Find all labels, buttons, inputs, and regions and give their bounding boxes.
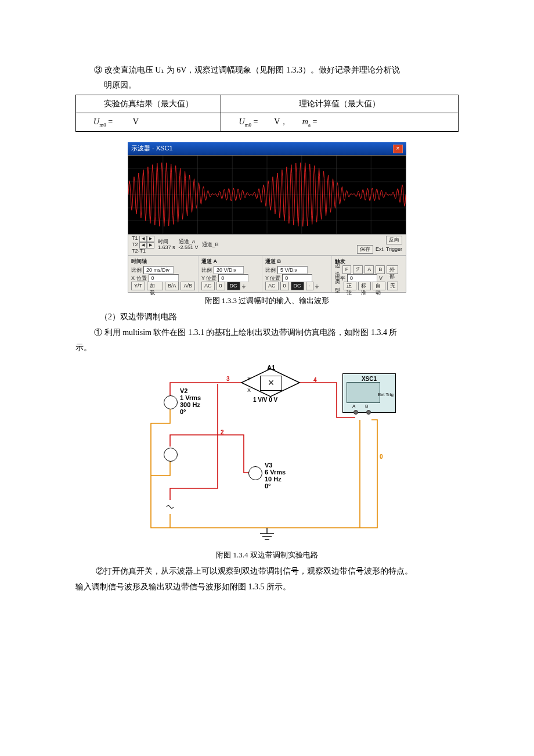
time-value: 1.637 s bbox=[158, 244, 175, 250]
type-auto-button[interactable]: 自动 bbox=[373, 282, 385, 290]
close-icon[interactable]: × bbox=[393, 145, 403, 153]
section2-heading: （2）双边带调制电路 bbox=[75, 311, 459, 323]
theory-cell: Um0 = V， ma = bbox=[221, 113, 459, 132]
edge-fall-button[interactable]: ℱ bbox=[353, 265, 363, 274]
trig-b-button[interactable]: B bbox=[376, 265, 385, 274]
time-header: 时间 bbox=[158, 239, 175, 244]
save-button[interactable]: 保存 bbox=[357, 245, 373, 254]
caption-133: 附图 1.3.3 过调幅时的输入、输出波形 bbox=[75, 295, 459, 307]
ab-button[interactable]: A/B bbox=[181, 282, 195, 290]
wire3-label: 3 bbox=[226, 375, 230, 384]
cha-panel-header: 通道 A bbox=[201, 257, 259, 265]
ext-trig-label: Ext Trig bbox=[378, 391, 394, 399]
item1-line1: ① 利用 multisim 软件在图 1.3.1 的基础上绘制出双边带调制仿真电… bbox=[75, 326, 459, 339]
timebase-panel: 时间轴 比例 20 ms/Div X 位置 0 Y/T 加载 B/A A/B bbox=[128, 256, 198, 292]
document-page: ③ 改变直流电压 U₁ 为 6V，观察过调幅现象（见附图 1.3.3）。做好记录… bbox=[0, 0, 534, 756]
xpos-input[interactable]: 0 bbox=[149, 274, 179, 282]
type-norm-button[interactable]: 标准 bbox=[358, 282, 371, 290]
t2-right-icon[interactable]: ▶ bbox=[147, 242, 154, 249]
chb-ground-icon: ⏚ bbox=[315, 282, 319, 291]
cha-0-button[interactable]: 0 bbox=[217, 282, 225, 290]
caption-134: 附图 1.3.4 双边带调制实验电路 bbox=[75, 549, 459, 561]
item2-line2: 输入调制信号波形及输出双边带信号波形如附图 1.3.5 所示。 bbox=[75, 581, 459, 593]
t1-right-icon[interactable]: ▶ bbox=[147, 236, 154, 242]
scope-title-text: 示波器 - XSC1 bbox=[131, 143, 173, 154]
item3-line2: 明原因。 bbox=[75, 79, 459, 92]
item3-line1: ③ 改变直流电压 U₁ 为 6V，观察过调幅现象（见附图 1.3.3）。做好记录… bbox=[75, 64, 459, 77]
chb-scale-input[interactable]: 5 V/Div bbox=[277, 266, 308, 274]
timebase-scale-input[interactable]: 20 ms/Div bbox=[143, 266, 174, 274]
chb-0-button[interactable]: 0 bbox=[280, 282, 289, 290]
reverse-button[interactable]: 反向 bbox=[386, 236, 402, 244]
cursor-diff-label: T2-T1 bbox=[132, 249, 154, 254]
timebase-header: 时间轴 bbox=[131, 257, 195, 265]
mult-sub: 1 V/V 0 V bbox=[253, 395, 277, 405]
item2-line1: ②打开仿真开关，从示波器上可以观察到双边带调制信号，观察双边带信号波形的特点。 bbox=[75, 565, 459, 578]
v2-text: V2 1 Vrms 300 Hz 0° bbox=[180, 387, 201, 415]
trig-a-button[interactable]: A bbox=[365, 265, 374, 274]
cha-dc-button[interactable]: DC bbox=[227, 282, 240, 290]
cursor-t2-label: T2 bbox=[132, 242, 138, 247]
wire2-label: 2 bbox=[221, 428, 224, 437]
oscilloscope-window: 示波器 - XSC1 × T1 ◀▶ bbox=[128, 142, 406, 293]
cha-ypos-input[interactable]: 0 bbox=[218, 274, 248, 282]
edge-rise-button[interactable]: F bbox=[342, 265, 352, 274]
chb-minus-button[interactable]: - bbox=[306, 282, 313, 290]
cha-ground-icon: ⏚ bbox=[242, 282, 246, 291]
circuit-diagram: × A1 1 V/V 0 V Y X XSC1 Ext Trig A B V2 … bbox=[127, 359, 407, 546]
cha-scale-input[interactable]: 20 V/Div bbox=[214, 266, 244, 274]
xsc1-component[interactable]: XSC1 Ext Trig A B bbox=[342, 373, 396, 413]
multiplier-icon: × bbox=[260, 376, 282, 391]
trig-header: 触发 bbox=[335, 257, 398, 265]
cha-value: -2.551 V bbox=[179, 244, 199, 250]
th-theory: 理论计算值（最大值） bbox=[221, 95, 459, 113]
chb-ypos-input[interactable]: 0 bbox=[282, 274, 312, 282]
channel-a-panel: 通道 A 比例 20 V/Div Y 位置 0 AC 0 DC ⏚ bbox=[198, 256, 262, 292]
trig-ext-button[interactable]: 外部 bbox=[387, 265, 398, 274]
cha-header: 通道_A bbox=[179, 239, 199, 244]
oscilloscope-controls: T1 ◀▶ T2 ◀▶ T2-T1 时间 1.637 s 通道_A -2.551… bbox=[128, 235, 406, 293]
v3-text: V3 6 Vrms 10 Hz 0° bbox=[265, 462, 286, 489]
a1-label: A1 bbox=[267, 363, 275, 373]
item1-line2: 示。 bbox=[75, 341, 459, 354]
chb-dc-button[interactable]: DC bbox=[291, 282, 304, 290]
ext-trigger-label: Ext. Trigger bbox=[376, 245, 402, 253]
t1-left-icon[interactable]: ◀ bbox=[139, 236, 147, 242]
type-sine-button[interactable]: 正弦 bbox=[344, 282, 356, 290]
oscilloscope-screen bbox=[128, 155, 406, 235]
ba-button[interactable]: B/A bbox=[165, 282, 179, 290]
channel-b-panel: 通道 B 比例 5 V/Div Y 位置 0 AC 0 DC - ⏚ bbox=[262, 256, 331, 292]
trigger-panel: 触发 边沿 F ℱ A B 外部 电平 0 V 类型 正弦 标准 自动 无 bbox=[331, 256, 401, 292]
result-table: 实验仿真结果（最大值） 理论计算值（最大值） Um0 = V Um0 = V， … bbox=[75, 95, 459, 132]
chb-header: 通道_B bbox=[202, 242, 219, 247]
xsc1-screen-icon bbox=[347, 382, 380, 403]
wire0-label: 0 bbox=[380, 452, 383, 462]
add-button[interactable]: 加载 bbox=[147, 282, 163, 290]
level-input[interactable]: 0 bbox=[347, 274, 377, 282]
cursor-t1-label: T1 bbox=[132, 235, 138, 241]
type-none-button[interactable]: 无 bbox=[387, 282, 398, 290]
chb-panel-header: 通道 B bbox=[265, 257, 329, 265]
oscilloscope-titlebar: 示波器 - XSC1 × bbox=[128, 142, 406, 155]
sim-cell: Um0 = V bbox=[76, 113, 221, 132]
chb-ac-button[interactable]: AC bbox=[265, 282, 279, 290]
wire4-label: 4 bbox=[313, 376, 317, 385]
yt-button[interactable]: Y/T bbox=[131, 282, 145, 290]
th-sim: 实验仿真结果（最大值） bbox=[76, 95, 221, 113]
cha-ac-button[interactable]: AC bbox=[201, 282, 215, 290]
